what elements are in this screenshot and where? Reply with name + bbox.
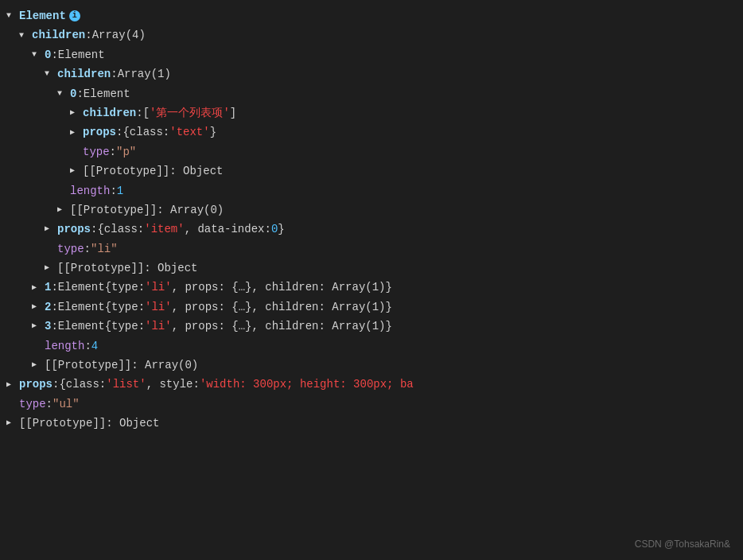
tree-line: [[Prototype]]: Array(0) — [0, 356, 743, 375]
tree-line: props: {class: 'list', style: 'width: 30… — [0, 375, 743, 394]
token-key-bold: props — [57, 220, 91, 238]
tree-toggle[interactable] — [70, 107, 81, 119]
token-key-bold: 3 — [45, 317, 51, 335]
token-type-name: Array(4) — [92, 26, 146, 44]
tree-toggle[interactable] — [70, 127, 81, 138]
tree-line: 2: Element {type: 'li', props: {…}, chil… — [0, 298, 743, 317]
token-bracket: , props: {…}, children: Array(1)} — [172, 298, 392, 316]
token-string-red: 'li' — [145, 298, 172, 316]
token-colon: : — [136, 104, 142, 122]
token-colon: : — [84, 337, 91, 355]
token-key-bold: Element — [19, 7, 66, 25]
token-type-name: Element — [58, 317, 105, 335]
token-bracket: , props: {…}, children: Array(1)} — [172, 278, 392, 296]
tree-line: [[Prototype]]: Array(0) — [0, 200, 743, 220]
token-bracket: , data-index: — [185, 220, 271, 238]
token-prototype-text: [[Prototype]]: Object — [57, 259, 197, 277]
token-string-orange: "p" — [116, 143, 136, 161]
token-colon: : — [111, 65, 117, 83]
token-type-name: Element — [58, 46, 105, 64]
token-type-name: Element — [58, 298, 105, 316]
token-colon: : — [46, 395, 53, 413]
token-number-blue: 4 — [91, 337, 98, 355]
tree-line: Elementi — [0, 6, 743, 25]
token-colon: : — [76, 85, 83, 103]
token-type-name: Array(1) — [118, 65, 171, 83]
token-prototype-text: [[Prototype]]: Array(0) — [45, 356, 198, 374]
token-key-purple: type — [83, 143, 110, 161]
token-key-bold: props — [83, 123, 116, 141]
token-key-bold: 0 — [70, 85, 76, 103]
token-colon: : — [116, 123, 123, 141]
tree-toggle[interactable] — [19, 30, 30, 41]
tree-toggle[interactable] — [6, 379, 18, 391]
token-key-bold: 0 — [45, 46, 51, 64]
tree-toggle[interactable] — [6, 10, 18, 21]
token-bracket: {class: — [59, 375, 106, 393]
token-bracket: ] — [230, 104, 236, 122]
token-colon: : — [110, 143, 116, 161]
token-colon: : — [51, 298, 57, 316]
tree-line: type: "ul" — [0, 395, 743, 414]
token-type-name: Element — [84, 85, 130, 103]
tree-toggle[interactable] — [45, 262, 56, 274]
token-number-blue: 1 — [117, 182, 123, 200]
tree-toggle[interactable] — [57, 204, 68, 216]
token-key-purple: type — [57, 240, 84, 258]
token-string-red: 'li' — [145, 278, 172, 296]
tree-line: 3: Element {type: 'li', props: {…}, chil… — [0, 317, 743, 336]
token-prototype-text: [[Prototype]]: Object — [83, 162, 223, 180]
tree-toggle[interactable] — [6, 418, 18, 429]
tree-line: length: 1 — [0, 181, 743, 200]
tree-line: length: 4 — [0, 336, 743, 356]
token-bracket: {type: — [105, 278, 145, 296]
tree-toggle[interactable] — [45, 68, 56, 80]
tree-toggle[interactable] — [32, 282, 43, 294]
watermark: CSDN @TohsakaRin& — [635, 537, 730, 552]
token-colon: : — [91, 220, 97, 238]
token-string-orange: "ul" — [53, 395, 80, 413]
tree-toggle[interactable] — [32, 360, 43, 371]
token-bracket: , props: {…}, children: Array(1)} — [172, 317, 392, 335]
tree-line: children: Array(4) — [0, 25, 743, 45]
tree-line: [[Prototype]]: Object — [0, 259, 743, 278]
token-prototype-text: [[Prototype]]: Object — [19, 414, 159, 432]
token-string-red: 'width: 300px; height: 300px; ba — [200, 375, 414, 393]
tree-toggle[interactable] — [70, 165, 81, 177]
token-key-bold: props — [19, 375, 53, 393]
tree-line: [[Prototype]]: Object — [0, 414, 743, 433]
token-key-bold: 1 — [45, 278, 51, 296]
token-bracket: {type: — [105, 298, 145, 316]
token-string-red: 'li' — [145, 317, 172, 335]
token-bracket: {class: — [97, 220, 144, 238]
info-icon[interactable]: i — [69, 10, 80, 21]
tree-toggle[interactable] — [32, 301, 43, 313]
token-string-red: 'list' — [106, 375, 146, 393]
tree-toggle[interactable] — [57, 88, 68, 99]
tree-line: children: ['第一个列表项'] — [0, 103, 743, 122]
token-colon: : — [53, 375, 59, 393]
tree-toggle[interactable] — [32, 49, 43, 60]
token-key-bold: children — [32, 26, 85, 44]
token-bracket: {class: — [123, 123, 169, 141]
tree-toggle[interactable] — [32, 321, 43, 332]
code-viewer: Elementichildren: Array(4)0: Elementchil… — [0, 0, 743, 560]
token-colon: : — [84, 240, 91, 258]
token-prototype-text: [[Prototype]]: Array(0) — [70, 201, 224, 219]
token-string-orange: "li" — [91, 240, 118, 258]
tree-line: [[Prototype]]: Object — [0, 161, 743, 181]
tree-line: type: "p" — [0, 142, 743, 161]
token-colon: : — [51, 46, 57, 64]
tree-toggle[interactable] — [45, 224, 56, 235]
token-bracket: } — [278, 220, 284, 238]
token-bracket: } — [210, 123, 216, 141]
tree-line: 1: Element {type: 'li', props: {…}, chil… — [0, 278, 743, 297]
token-colon: : — [110, 182, 116, 200]
tree-line: 0: Element — [0, 84, 743, 103]
token-type-name: Element — [58, 278, 105, 296]
tree-line: props: {class: 'text'} — [0, 122, 743, 142]
tree-line: children: Array(1) — [0, 64, 743, 84]
token-key-bold: children — [57, 65, 111, 83]
token-string-red: 'text' — [169, 123, 209, 141]
token-key-bold: children — [83, 104, 136, 122]
